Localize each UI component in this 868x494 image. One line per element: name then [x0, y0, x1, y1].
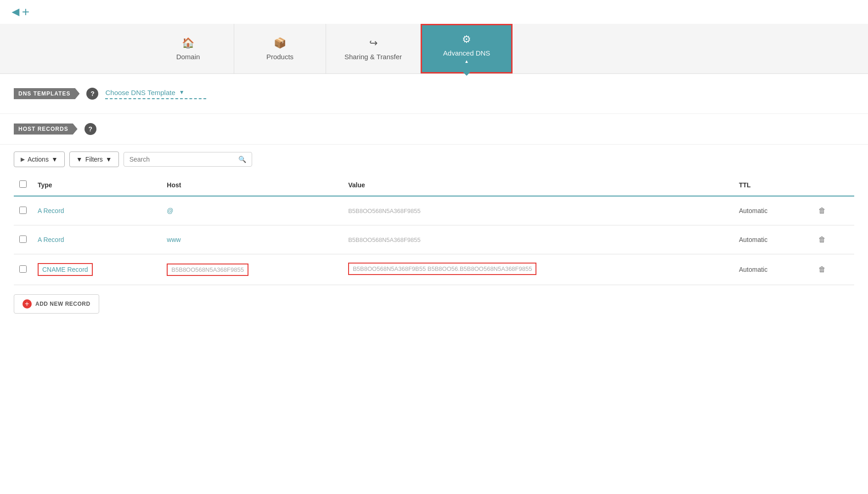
- dns-templates-help[interactable]: ?: [86, 88, 98, 100]
- row1-checkbox[interactable]: [19, 207, 27, 214]
- col-type-header: Type: [32, 174, 161, 196]
- tab-advanced-dns-label: Advanced DNS: [443, 49, 490, 57]
- row1-delete-button[interactable]: 🗑: [817, 205, 828, 217]
- advanced-dns-icon: ⚙: [462, 34, 471, 45]
- row3-host: B5B8OO568N5A368F9855: [161, 254, 343, 285]
- actions-button[interactable]: ▶ Actions ▼: [14, 152, 65, 167]
- actions-chevron-icon: ▼: [51, 156, 58, 163]
- row1-checkbox-cell: [14, 196, 32, 225]
- nav-tabs: 🏠 Domain 📦 Products ↪ Sharing & Transfer…: [0, 24, 868, 74]
- table-row: A Record www B5B8OO568N5A368F9855 Automa…: [14, 225, 854, 254]
- row2-value: B5B8OO568N5A368F9855: [343, 225, 733, 254]
- col-actions-header: [811, 174, 854, 196]
- dns-table: Type Host Value TTL A Record @ B5B8OO568…: [14, 174, 854, 285]
- active-indicator: ▲: [464, 59, 469, 64]
- tab-domain-label: Domain: [176, 53, 200, 61]
- dns-template-dropdown[interactable]: Choose DNS Template ▼: [105, 89, 206, 99]
- filters-button[interactable]: ▼ Filters ▼: [69, 152, 119, 167]
- dns-template-placeholder: Choose DNS Template: [105, 89, 175, 96]
- search-icon: 🔍: [238, 156, 246, 163]
- dns-templates-section: DNS TEMPLATES ? Choose DNS Template ▼: [0, 74, 868, 114]
- tab-advanced-dns[interactable]: ⚙ Advanced DNS ▲: [421, 24, 513, 73]
- table-row: CNAME Record B5B8OO568N5A368F9855 B5B8OO…: [14, 254, 854, 285]
- row3-delete-button[interactable]: 🗑: [817, 264, 828, 275]
- row3-type-highlighted: CNAME Record: [38, 263, 93, 276]
- row3-type: CNAME Record: [32, 254, 161, 285]
- nav-placeholder: [0, 24, 142, 73]
- row2-checkbox[interactable]: [19, 236, 27, 243]
- host-records-label: HOST RECORDS: [14, 124, 78, 135]
- row3-checkbox-cell: [14, 254, 32, 285]
- sharing-transfer-icon: ↪: [369, 37, 378, 49]
- row3-delete-cell: 🗑: [811, 254, 854, 285]
- domain-icon: 🏠: [182, 37, 194, 49]
- filters-label: Filters: [85, 156, 103, 163]
- plus-icon: +: [23, 299, 32, 309]
- row2-delete-cell: 🗑: [811, 225, 854, 254]
- tab-products[interactable]: 📦 Products: [234, 24, 326, 73]
- host-records-help[interactable]: ?: [85, 123, 96, 135]
- dropdown-arrow-icon: ▼: [179, 89, 185, 95]
- tab-products-label: Products: [266, 53, 293, 61]
- filter-icon: ▼: [76, 156, 83, 163]
- add-record-label: ADD NEW RECORD: [35, 301, 90, 307]
- row3-host-highlighted: B5B8OO568N5A368F9855: [167, 264, 248, 276]
- row2-ttl: Automatic: [733, 225, 811, 254]
- col-ttl-header: TTL: [733, 174, 811, 196]
- add-record-section: + ADD NEW RECORD: [0, 285, 868, 323]
- tab-sharing-transfer[interactable]: ↪ Sharing & Transfer: [326, 24, 421, 73]
- row1-delete-cell: 🗑: [811, 196, 854, 225]
- search-input[interactable]: [130, 156, 235, 163]
- table-container: Type Host Value TTL A Record @ B5B8OO568…: [0, 174, 868, 285]
- search-box: 🔍: [124, 152, 252, 167]
- col-host-header: Host: [161, 174, 343, 196]
- col-checkbox: [14, 174, 32, 196]
- actions-label: Actions: [28, 156, 49, 163]
- logo-arrow: ◄+: [9, 5, 29, 19]
- row3-value: B5B8OO568N5A368F9B55 B5B8OO56.B5B8OO568N…: [343, 254, 733, 285]
- select-all-checkbox[interactable]: [19, 180, 27, 188]
- dns-templates-label: DNS TEMPLATES: [14, 88, 79, 99]
- products-icon: 📦: [274, 37, 286, 49]
- play-icon: ▶: [21, 156, 25, 163]
- row3-value-highlighted: B5B8OO568N5A368F9B55 B5B8OO56.B5B8OO568N…: [348, 263, 536, 275]
- row1-value: B5B8OO568N5A368F9855: [343, 196, 733, 225]
- row1-type: A Record: [32, 196, 161, 225]
- filters-chevron-icon: ▼: [106, 156, 112, 163]
- row2-delete-button[interactable]: 🗑: [817, 234, 828, 246]
- host-records-section: HOST RECORDS ?: [0, 114, 868, 145]
- col-value-header: Value: [343, 174, 733, 196]
- row2-type: A Record: [32, 225, 161, 254]
- tab-sharing-transfer-label: Sharing & Transfer: [344, 53, 402, 61]
- row1-ttl: Automatic: [733, 196, 811, 225]
- row3-ttl: Automatic: [733, 254, 811, 285]
- table-row: A Record @ B5B8OO568N5A368F9855 Automati…: [14, 196, 854, 225]
- row2-host: www: [161, 225, 343, 254]
- row3-checkbox[interactable]: [19, 265, 27, 273]
- add-new-record-button[interactable]: + ADD NEW RECORD: [14, 294, 99, 314]
- row1-host: @: [161, 196, 343, 225]
- row2-checkbox-cell: [14, 225, 32, 254]
- tab-domain[interactable]: 🏠 Domain: [142, 24, 234, 73]
- table-header-row: Type Host Value TTL: [14, 174, 854, 196]
- toolbar: ▶ Actions ▼ ▼ Filters ▼ 🔍: [0, 145, 868, 174]
